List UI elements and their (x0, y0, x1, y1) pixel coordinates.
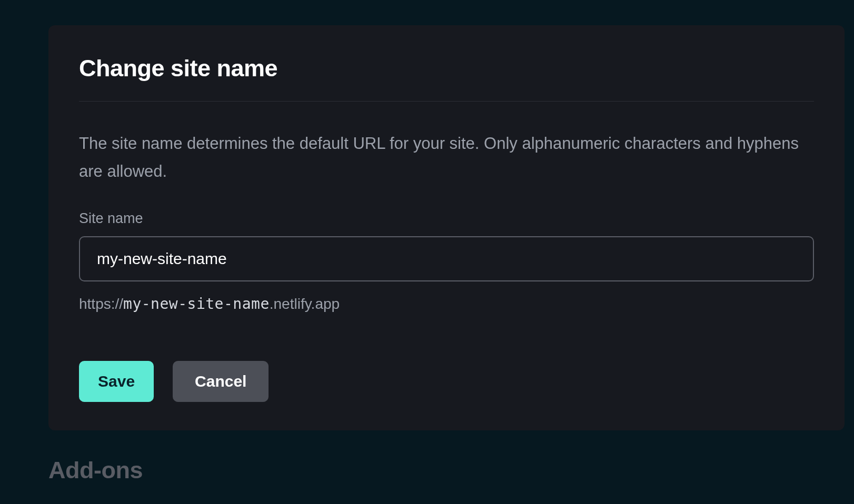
button-row: Save Cancel (79, 361, 814, 402)
url-suffix: .netlify.app (270, 296, 340, 312)
card-description: The site name determines the default URL… (79, 130, 814, 185)
site-name-label: Site name (79, 210, 814, 227)
url-slug: my-new-site-name (123, 295, 270, 313)
save-button[interactable]: Save (79, 361, 154, 402)
cancel-button[interactable]: Cancel (173, 361, 269, 402)
site-name-input[interactable] (79, 236, 814, 281)
change-site-name-card: Change site name The site name determine… (48, 25, 845, 430)
url-preview: https://my-new-site-name.netlify.app (79, 295, 814, 313)
url-prefix: https:// (79, 296, 123, 312)
divider (79, 101, 814, 102)
card-title: Change site name (79, 55, 814, 82)
addons-heading: Add-ons (48, 457, 143, 484)
